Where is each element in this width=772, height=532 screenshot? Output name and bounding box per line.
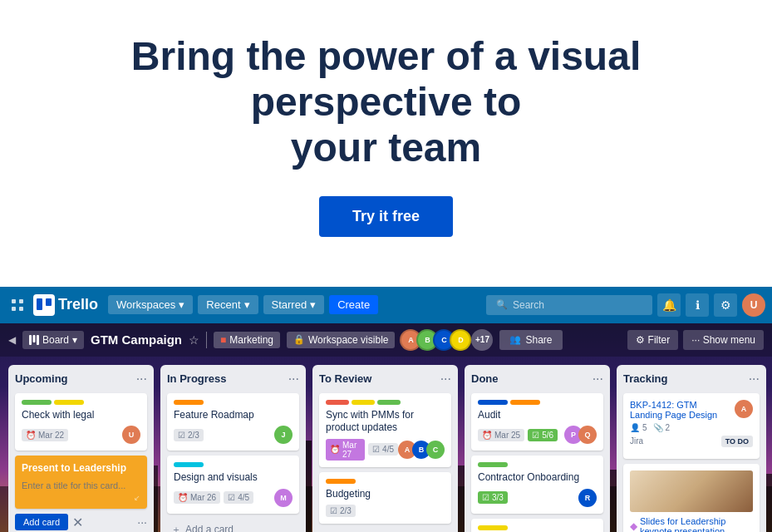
card-design-visuals[interactable]: Design and visuals ⏰ Mar 26 ☑ 4/5: [167, 456, 299, 514]
card-meta: ⏰ Mar 27 ☑ 4/5 A B C: [326, 439, 445, 461]
progress-badge: ☑ 2/3: [174, 429, 204, 441]
board-member-avatars: A B C D +17: [405, 329, 493, 351]
card-link[interactable]: Slides for Leadership keynote presentati…: [640, 516, 753, 532]
card-sync-pmms[interactable]: Sync with PMMs for product updates ⏰ Mar…: [319, 393, 451, 467]
info-button[interactable]: ℹ: [686, 293, 709, 317]
cta-button[interactable]: Try it free: [319, 196, 453, 237]
app-screenshot: Trello Workspaces ▾ Recent ▾ Starred ▾ C…: [0, 287, 772, 532]
card-link[interactable]: BKP-1412: GTM Landing Page Design: [630, 400, 731, 420]
green-label: [478, 462, 508, 467]
card-thumbnail: [630, 470, 753, 512]
card-avatar: R: [578, 489, 597, 507]
progress-badge: ☑ 2/3: [326, 505, 356, 517]
svg-rect-31: [19, 307, 23, 311]
back-button[interactable]: ◀: [8, 334, 16, 346]
progress-badge: ☑ 4/5: [368, 443, 398, 456]
done-column: Done ··· Audit ⏰ Mar 25: [465, 365, 610, 532]
settings-button[interactable]: ⚙: [714, 293, 737, 317]
progress-badge: ☑ 3/3: [478, 491, 508, 504]
board-name: GTM Campaign: [91, 332, 182, 347]
upcoming-header: Upcoming ···: [15, 372, 147, 387]
svg-rect-30: [12, 307, 16, 311]
green-label: [377, 400, 401, 405]
marketing-tag[interactable]: ■ Marketing: [214, 332, 280, 348]
share-button[interactable]: 👥 Share: [499, 330, 562, 350]
date-badge: ⏰ Mar 22: [22, 429, 68, 441]
yellow-label: [478, 525, 508, 530]
card-badges: ☑ 2/3: [174, 429, 204, 441]
done-menu-icon[interactable]: ···: [593, 372, 603, 387]
add-card-in-progress[interactable]: ＋ Add a card: [167, 519, 299, 532]
kanban-board: Upcoming ··· Check with legal ⏰ Mar 22: [0, 357, 772, 532]
upcoming-column: Upcoming ··· Check with legal ⏰ Mar 22: [8, 365, 154, 532]
card-bkp-1412[interactable]: BKP-1412: GTM Landing Page Design 👤 5 📎 …: [623, 393, 760, 459]
notifications-button[interactable]: 🔔: [657, 293, 681, 317]
card-source-icon: ◆ Slides for Leadership keynote presenta…: [630, 516, 753, 532]
yellow-label: [54, 400, 84, 405]
card-brainstorm[interactable]: Brainstorm campaign ideas ⏰ Mar 2 💬 3: [471, 519, 603, 532]
board-bar: ◀ Board ▾ GTM Campaign ☆ ■ Marketing: [0, 323, 772, 357]
date-badge: ⏰ Mar 25: [478, 429, 524, 441]
card-avatar: A: [735, 400, 753, 418]
card-budgeting[interactable]: Budgeting ☑ 2/3: [319, 472, 451, 525]
orange-label: [326, 479, 356, 484]
card-meta: ⏰ Mar 22 U: [22, 426, 140, 444]
in-progress-column: In Progress ··· Feature Roadmap ☑ 2/3: [160, 365, 306, 532]
card-slides-leadership[interactable]: ◆ Slides for Leadership keynote presenta…: [623, 464, 760, 532]
card-meta: ☑ 2/3 J: [174, 426, 293, 444]
tracking-menu-icon[interactable]: ···: [749, 372, 760, 387]
board-view-button[interactable]: Board ▾: [22, 331, 84, 349]
card-contractor-onboarding[interactable]: Contractor Onboarding ☑ 3/3 R: [471, 456, 603, 514]
orange-label: [174, 400, 204, 405]
card-labels: [478, 400, 597, 405]
card-audit[interactable]: Audit ⏰ Mar 25 ☑ 5/6: [471, 393, 603, 451]
card-title-input[interactable]: [22, 477, 140, 494]
add-card-button[interactable]: Add card: [15, 514, 68, 530]
close-card-button[interactable]: ✕: [72, 515, 83, 530]
card-top: BKP-1412: GTM Landing Page Design 👤 5 📎 …: [630, 400, 753, 432]
card-meta: ⏰ Mar 26 ☑ 4/5 M: [174, 489, 293, 507]
char-limit: ↙: [22, 494, 140, 502]
date-badge: ⏰ Mar 26: [174, 491, 220, 504]
card-counters: 👤 5 📎 2: [630, 423, 731, 432]
tracking-column: Tracking ··· BKP-1412: GTM Landing Page …: [617, 365, 766, 532]
card-labels: [326, 479, 445, 484]
card-avatars: P Q: [564, 426, 597, 444]
card-check-legal[interactable]: Check with legal ⏰ Mar 22 U: [15, 393, 147, 451]
svg-rect-33: [37, 298, 42, 310]
card-actions: Add card ✕ ···: [15, 514, 147, 530]
trello-logo[interactable]: Trello: [33, 294, 98, 316]
trello-app-ui: Trello Workspaces ▾ Recent ▾ Starred ▾ C…: [0, 287, 772, 532]
recent-button[interactable]: Recent ▾: [198, 295, 258, 314]
card-avatar: J: [274, 426, 293, 444]
create-button[interactable]: Create: [329, 295, 378, 314]
in-progress-menu-icon[interactable]: ···: [288, 372, 299, 387]
workspace-visible-tag[interactable]: 🔒 Workspace visible: [287, 332, 395, 348]
jira-badge: Jira TO DO: [630, 436, 753, 447]
to-review-menu-icon[interactable]: ···: [440, 372, 451, 387]
svg-rect-34: [46, 298, 52, 306]
search-bar: 🔍 Search: [486, 295, 652, 315]
star-icon[interactable]: ☆: [189, 333, 199, 347]
yellow-label: [352, 400, 375, 405]
board-bar-right: ⚙ Filter ··· Show menu: [627, 330, 764, 350]
member-avatar: D: [450, 329, 471, 351]
card-options-icon[interactable]: ···: [137, 515, 147, 529]
upcoming-menu-icon[interactable]: ···: [136, 372, 147, 387]
add-card-to-review[interactable]: ＋ Add a card: [319, 529, 451, 532]
starred-button[interactable]: Starred ▾: [263, 295, 325, 314]
orange-label: [510, 400, 540, 405]
card-badges: ⏰ Mar 26 ☑ 4/5: [174, 491, 253, 504]
search-icon: 🔍: [496, 299, 508, 310]
svg-rect-36: [33, 335, 36, 342]
progress-badge: ☑ 4/5: [224, 491, 253, 504]
card-present-leadership[interactable]: Present to Leadership ↙: [15, 456, 147, 509]
hero-title: Bring the power of a visual perspective …: [66, 33, 706, 171]
card-feature-roadmap[interactable]: Feature Roadmap ☑ 2/3 J: [167, 393, 299, 451]
filter-button[interactable]: ⚙ Filter: [627, 330, 678, 350]
user-avatar[interactable]: U: [742, 293, 765, 317]
show-menu-button[interactable]: ··· Show menu: [683, 330, 764, 350]
grid-icon[interactable]: [7, 294, 28, 316]
workspaces-button[interactable]: Workspaces ▾: [108, 295, 193, 314]
card-meta: ☑ 2/3: [326, 505, 445, 517]
